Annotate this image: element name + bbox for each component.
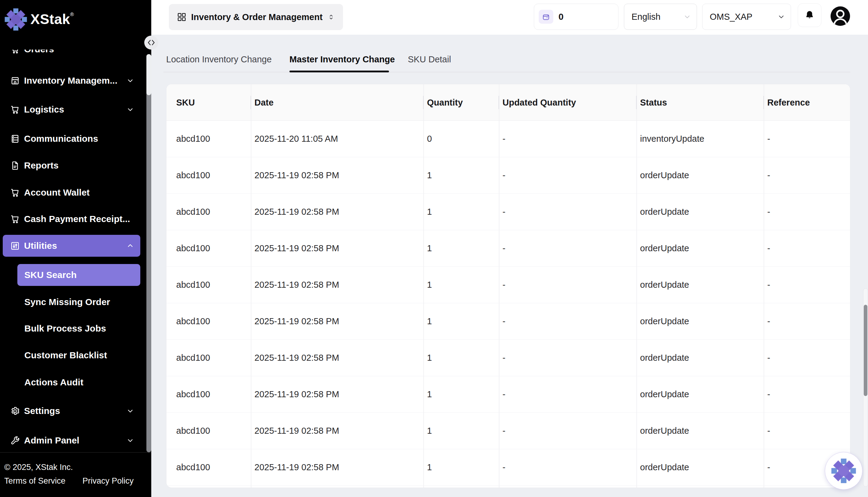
cell-status: orderUpdate <box>636 303 764 339</box>
cell-date: 2025-11-19 02:58 PM <box>251 194 423 230</box>
column-header-sku: SKU <box>167 84 251 120</box>
chevron-down-icon <box>683 13 691 21</box>
sidebar-item-sku-search[interactable]: SKU Search <box>17 264 140 286</box>
cell-quantity: 1 <box>423 376 499 412</box>
cell-quantity: 0 <box>423 121 499 157</box>
main-content: Location Inventory Change Master Invento… <box>151 35 868 497</box>
cell-status: orderUpdate <box>636 157 764 194</box>
sidebar-item-label: Inventory Managem... <box>24 75 117 86</box>
sidebar-collapse-button[interactable] <box>144 36 158 49</box>
table-row: abcd1002025-11-19 02:58 PM1-orderUpdate- <box>167 157 850 194</box>
cell-updated-quantity: - <box>499 449 636 485</box>
column-separator <box>499 84 500 487</box>
cell-sku: abcd100 <box>167 413 251 449</box>
cell-status: orderUpdate <box>636 449 764 485</box>
tab-divider <box>164 72 850 72</box>
xstak-fab-button[interactable] <box>825 452 863 490</box>
cell-status: orderUpdate <box>636 413 764 449</box>
sidebar-item-label: Reports <box>24 160 58 171</box>
sidebar-item-account-wallet[interactable]: Account Wallet <box>3 182 140 203</box>
sidebar-item-logistics[interactable]: Logistics <box>3 99 140 120</box>
sidebar-item-communications[interactable]: Communications <box>3 128 140 150</box>
cell-date: 2025-11-19 02:58 PM <box>251 449 423 485</box>
column-separator <box>251 84 251 487</box>
tenant-value: OMS_XAP <box>710 12 752 22</box>
xstak-logo-icon <box>4 8 27 31</box>
cell-quantity: 1 <box>423 340 499 376</box>
sidebar-item-cash-payment-receipt[interactable]: Cash Payment Receipt... <box>3 208 140 230</box>
wrench-icon <box>10 436 20 445</box>
sidebar-scrollbar-thumb[interactable] <box>146 54 151 95</box>
chevron-down-icon <box>126 105 134 113</box>
cell-quantity: 1 <box>423 194 499 230</box>
gear-icon <box>10 406 20 416</box>
app-switcher-label: Inventory & Order Management <box>191 12 323 22</box>
column-separator <box>764 84 764 487</box>
cell-date: 2025-11-19 02:58 PM <box>251 303 423 339</box>
header-column-separator <box>499 96 499 109</box>
brand-header: XStak® <box>0 0 151 49</box>
cell-status: orderUpdate <box>636 267 764 303</box>
cell-date: 2025-11-19 02:58 PM <box>251 157 423 194</box>
cart-icon <box>10 105 20 115</box>
cell-quantity: 1 <box>423 267 499 303</box>
notifications-button[interactable] <box>798 3 822 27</box>
sidebar-item-inventory-managem[interactable]: Inventory Managem... <box>3 70 140 91</box>
sidebar-item-utilities[interactable]: Utilities <box>3 235 140 257</box>
user-avatar[interactable] <box>830 6 850 26</box>
sidebar-nav: OrdersInventory Managem...LogisticsCommu… <box>0 0 151 497</box>
sidebar-item-label: SKU Search <box>24 270 77 280</box>
language-select[interactable]: English <box>624 4 697 30</box>
cell-sku: abcd100 <box>167 376 251 412</box>
table-row: abcd1002025-11-20 11:05 AM0-inventoryUpd… <box>167 121 850 157</box>
sidebar-item-sync-missing-order[interactable]: Sync Missing Order <box>17 291 140 313</box>
header-column-separator <box>636 96 637 109</box>
table-row: abcd1002025-11-19 02:58 PM1-orderUpdate- <box>167 376 850 413</box>
wallet-count: 0 <box>559 12 564 22</box>
table-row: abcd1002025-11-19 02:58 PM1-orderUpdate- <box>167 303 850 340</box>
cell-sku: abcd100 <box>167 157 251 194</box>
sidebar-footer: © 2025, XStak Inc. Terms of Service Priv… <box>0 452 151 497</box>
sliders-icon <box>10 241 20 251</box>
wallet-balance[interactable]: 0 <box>534 4 618 30</box>
privacy-policy-link[interactable]: Privacy Policy <box>83 476 134 486</box>
chevron-down-icon <box>126 77 134 85</box>
cell-date: 2025-11-19 02:58 PM <box>251 413 423 449</box>
tab-sku-detail[interactable]: SKU Detail <box>408 54 451 65</box>
app-switcher-button[interactable]: Inventory & Order Management <box>169 4 343 30</box>
sidebar-item-label: Bulk Process Jobs <box>24 323 106 333</box>
table-row: abcd1002025-11-19 02:58 PM1-orderUpdate- <box>167 194 850 230</box>
sidebar-item-reports[interactable]: Reports <box>3 155 140 176</box>
document-icon <box>10 160 20 171</box>
cell-reference: - <box>764 376 850 412</box>
page-scrollbar-thumb[interactable] <box>864 305 867 396</box>
column-header-reference: Reference <box>764 84 850 120</box>
sidebar-item-admin-panel[interactable]: Admin Panel <box>3 429 140 451</box>
language-value: English <box>631 12 660 22</box>
column-separator <box>423 84 424 487</box>
sidebar-item-actions-audit[interactable]: Actions Audit <box>17 371 140 393</box>
sidebar-item-settings[interactable]: Settings <box>3 400 140 422</box>
tab-master-inventory-change[interactable]: Master Inventory Change <box>290 54 395 65</box>
tab-location-inventory-change[interactable]: Location Inventory Change <box>166 54 272 65</box>
table-body: abcd1002025-11-20 11:05 AM0-inventoryUpd… <box>167 121 850 486</box>
sidebar-item-bulk-process-jobs[interactable]: Bulk Process Jobs <box>17 317 140 339</box>
cell-status: orderUpdate <box>636 376 764 412</box>
sidebar-item-label: Cash Payment Receipt... <box>24 214 130 224</box>
code-arrows-icon <box>147 39 155 46</box>
cell-updated-quantity: - <box>499 303 636 339</box>
column-header-status: Status <box>636 84 764 120</box>
person-icon <box>830 6 850 26</box>
tenant-select[interactable]: OMS_XAP <box>702 4 791 30</box>
sidebar-item-customer-blacklist[interactable]: Customer Blacklist <box>17 344 140 366</box>
cell-sku: abcd100 <box>167 121 251 157</box>
sidebar-scrollbar-track[interactable] <box>146 54 151 452</box>
cell-sku: abcd100 <box>167 303 251 339</box>
terms-of-service-link[interactable]: Terms of Service <box>4 476 66 486</box>
cell-reference: - <box>764 267 850 303</box>
sidebar-item-label: Account Wallet <box>24 187 90 198</box>
chevron-down-icon <box>126 437 134 444</box>
chevron-up-icon <box>126 242 134 250</box>
cell-quantity: 1 <box>423 157 499 194</box>
cell-updated-quantity: - <box>499 230 636 267</box>
